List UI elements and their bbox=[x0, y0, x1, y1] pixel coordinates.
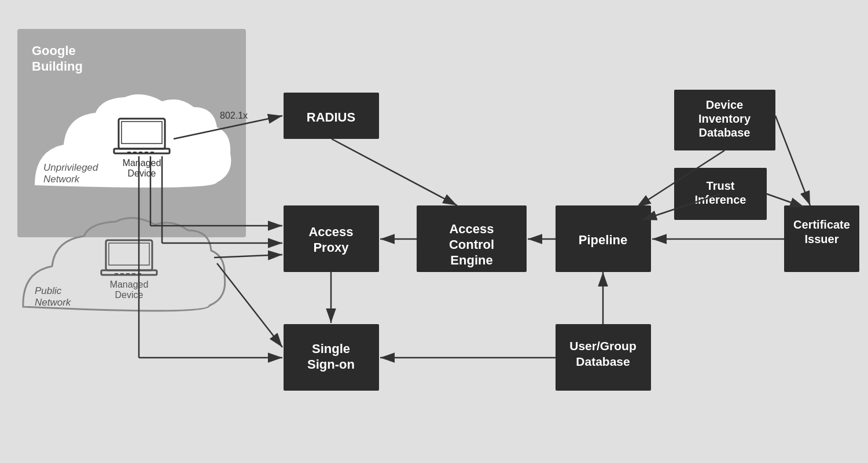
pipeline-box: Pipeline bbox=[556, 205, 651, 272]
didb-label: Device bbox=[706, 98, 744, 111]
ci-label2: Issuer bbox=[805, 233, 839, 245]
certificate-issuer-box: Certificate Issuer bbox=[784, 205, 859, 272]
ace-label3: Engine bbox=[450, 253, 492, 267]
sso-label2: Sign-on bbox=[307, 357, 355, 372]
unprivileged-network-label2: Network bbox=[43, 174, 80, 185]
managed-device-bottom-label: Managed bbox=[110, 280, 149, 289]
google-building-label2: Building bbox=[32, 59, 83, 74]
single-signon-box: Single Sign-on bbox=[284, 324, 379, 391]
ace-label2: Control bbox=[449, 237, 494, 252]
device-inventory-db-box: Device Inventory Database bbox=[674, 90, 775, 150]
ci-label: Certificate bbox=[793, 218, 850, 231]
user-group-db-box: User/Group Database bbox=[556, 324, 651, 391]
public-network-label2: Network bbox=[35, 297, 72, 308]
svg-rect-15 bbox=[126, 273, 130, 274]
managed-device-top-label: Managed bbox=[123, 158, 161, 168]
svg-rect-5 bbox=[127, 152, 131, 153]
svg-rect-14 bbox=[120, 273, 124, 274]
svg-rect-8 bbox=[145, 152, 148, 153]
svg-rect-6 bbox=[133, 152, 137, 153]
ace-label: Access bbox=[449, 222, 494, 236]
svg-rect-16 bbox=[132, 273, 135, 274]
radius-box: RADIUS bbox=[284, 93, 379, 139]
managed-device-top-label2: Device bbox=[128, 168, 156, 178]
unprivileged-network-label: Unprivileged bbox=[43, 162, 98, 173]
sso-label: Single bbox=[312, 341, 350, 356]
label-802x: 802.1x bbox=[220, 111, 248, 120]
didb-label2: Inventory bbox=[698, 112, 751, 125]
public-network-label: Public bbox=[35, 285, 62, 296]
ugdb-label2: Database bbox=[576, 355, 630, 368]
access-proxy-label2: Proxy bbox=[313, 240, 349, 255]
pipeline-label: Pipeline bbox=[579, 233, 627, 247]
ugdb-label: User/Group bbox=[569, 339, 637, 352]
access-control-engine-box: Access Control Engine bbox=[417, 205, 527, 272]
access-proxy-label: Access bbox=[308, 225, 353, 239]
access-proxy-box: Access Proxy bbox=[284, 205, 379, 272]
svg-rect-9 bbox=[150, 152, 154, 153]
ti-label: Trust bbox=[707, 179, 735, 192]
radius-label: RADIUS bbox=[307, 110, 355, 124]
google-building-label: Google bbox=[32, 43, 76, 58]
svg-rect-13 bbox=[115, 273, 118, 274]
didb-label3: Database bbox=[699, 126, 751, 139]
svg-rect-7 bbox=[139, 152, 142, 153]
